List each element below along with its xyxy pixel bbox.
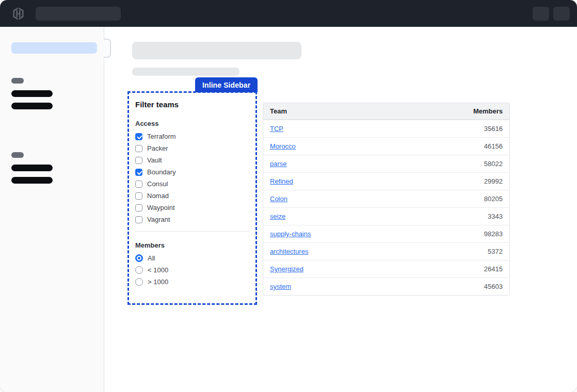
hashicorp-logo-icon bbox=[11, 7, 25, 21]
checkbox[interactable] bbox=[135, 133, 142, 140]
table-row: architectures 5372 bbox=[263, 242, 509, 260]
members-value: 58022 bbox=[484, 160, 503, 168]
main-content: Inline Sidebar Filter teams Access Terra… bbox=[104, 27, 577, 392]
radio-button[interactable] bbox=[135, 254, 143, 262]
sidebar-item-skeleton[interactable] bbox=[11, 177, 53, 184]
access-group-label: Access bbox=[135, 120, 249, 127]
radio-label: > 1000 bbox=[148, 278, 168, 286]
checkbox-label: Vault bbox=[147, 156, 162, 164]
members-value: 98283 bbox=[484, 230, 503, 238]
members-value: 5372 bbox=[488, 248, 503, 255]
members-value: 35616 bbox=[484, 125, 503, 133]
checkbox-label: Terraform bbox=[147, 133, 176, 140]
sidebar-item-skeleton[interactable] bbox=[11, 90, 53, 97]
members-value: 26415 bbox=[484, 265, 503, 273]
table-body: TCP 35616 Morocco 46156 parse 58022 bbox=[263, 120, 509, 295]
checkbox-label: Nomad bbox=[147, 192, 169, 200]
table-header-row: Team Members bbox=[263, 103, 509, 120]
table-row: Morocco 46156 bbox=[263, 137, 509, 155]
members-group-label: Members bbox=[135, 241, 249, 249]
checkbox[interactable] bbox=[135, 169, 142, 176]
radio-option[interactable]: < 1000 bbox=[135, 266, 249, 274]
checkbox-option[interactable]: Nomad bbox=[135, 192, 249, 200]
radio-option[interactable]: All bbox=[135, 254, 249, 262]
table-row: supply-chains 98283 bbox=[263, 225, 509, 242]
section-divider bbox=[135, 231, 249, 232]
sidebar-toggle-handle[interactable] bbox=[104, 39, 111, 58]
team-link[interactable]: supply-chains bbox=[270, 230, 311, 238]
checkbox[interactable] bbox=[135, 216, 142, 223]
checkbox[interactable] bbox=[135, 181, 142, 188]
checkbox[interactable] bbox=[135, 157, 142, 164]
team-link[interactable]: seize bbox=[270, 213, 285, 220]
table-row: system 45603 bbox=[263, 277, 509, 295]
radio-option[interactable]: > 1000 bbox=[135, 278, 249, 286]
members-value: 46156 bbox=[484, 142, 503, 150]
column-header-members: Members bbox=[473, 107, 503, 115]
members-radio-list: All < 1000 > 1000 bbox=[135, 254, 249, 286]
top-nav bbox=[0, 0, 577, 27]
app-window: Inline Sidebar Filter teams Access Terra… bbox=[0, 0, 577, 392]
checkbox-option[interactable]: Terraform bbox=[135, 133, 249, 140]
page-title-skeleton bbox=[132, 42, 301, 59]
checkbox-option[interactable]: Packer bbox=[135, 144, 249, 152]
teams-table: Team Members TCP 35616 Morocco 46156 bbox=[263, 103, 510, 296]
sidebar-active-item-skeleton[interactable] bbox=[11, 42, 97, 54]
checkbox-label: Vagrant bbox=[147, 216, 170, 223]
inline-sidebar-badge: Inline Sidebar bbox=[195, 77, 258, 92]
members-value: 3343 bbox=[488, 213, 503, 220]
radio-label: < 1000 bbox=[148, 266, 168, 274]
team-link[interactable]: Morocco bbox=[270, 142, 296, 150]
team-link[interactable]: Colon bbox=[270, 195, 287, 203]
team-link[interactable]: architectures bbox=[270, 248, 308, 255]
sidebar-section-label-skeleton bbox=[11, 152, 24, 158]
checkbox-option[interactable]: Vagrant bbox=[135, 216, 249, 223]
checkbox[interactable] bbox=[135, 145, 142, 152]
checkbox-label: Packer bbox=[147, 144, 168, 152]
nav-action-skeleton-1[interactable] bbox=[533, 7, 549, 21]
app-sidebar bbox=[0, 27, 104, 392]
team-link[interactable]: Refined bbox=[270, 177, 293, 185]
members-value: 45603 bbox=[484, 283, 503, 290]
radio-button[interactable] bbox=[135, 278, 143, 286]
checkbox[interactable] bbox=[135, 204, 142, 211]
checkbox[interactable] bbox=[135, 192, 142, 200]
column-header-team: Team bbox=[270, 107, 287, 115]
table-row: Synergized 26415 bbox=[263, 260, 509, 277]
page-subtitle-skeleton bbox=[132, 68, 239, 76]
sidebar-item-skeleton[interactable] bbox=[11, 103, 53, 109]
team-link[interactable]: Synergized bbox=[270, 265, 303, 273]
team-link[interactable]: system bbox=[270, 283, 291, 290]
team-link[interactable]: parse bbox=[270, 160, 287, 168]
checkbox-option[interactable]: Consul bbox=[135, 180, 249, 188]
nav-search-skeleton[interactable] bbox=[36, 7, 121, 21]
radio-button[interactable] bbox=[135, 266, 143, 274]
table-row: seize 3343 bbox=[263, 207, 509, 225]
table-row: parse 58022 bbox=[263, 155, 509, 172]
sidebar-section-label-skeleton bbox=[11, 78, 24, 84]
nav-action-skeleton-2[interactable] bbox=[553, 7, 570, 21]
table-row: Colon 80205 bbox=[263, 190, 509, 207]
members-value: 80205 bbox=[484, 195, 503, 203]
checkbox-label: Boundary bbox=[147, 168, 176, 176]
members-value: 29992 bbox=[484, 177, 503, 185]
filter-title: Filter teams bbox=[135, 100, 249, 109]
checkbox-label: Waypoint bbox=[147, 204, 175, 211]
table-row: Refined 29992 bbox=[263, 172, 509, 190]
sidebar-item-skeleton[interactable] bbox=[11, 165, 53, 171]
filter-panel: Filter teams Access Terraform Packer bbox=[127, 91, 257, 305]
checkbox-option[interactable]: Waypoint bbox=[135, 204, 249, 211]
checkbox-label: Consul bbox=[147, 180, 168, 188]
radio-label: All bbox=[148, 254, 155, 262]
body-row: Inline Sidebar Filter teams Access Terra… bbox=[0, 27, 577, 392]
table-row: TCP 35616 bbox=[263, 120, 509, 137]
access-checkbox-list: Terraform Packer Vault bbox=[135, 133, 249, 223]
checkbox-option[interactable]: Vault bbox=[135, 156, 249, 164]
team-link[interactable]: TCP bbox=[270, 125, 283, 133]
checkbox-option[interactable]: Boundary bbox=[135, 168, 249, 176]
